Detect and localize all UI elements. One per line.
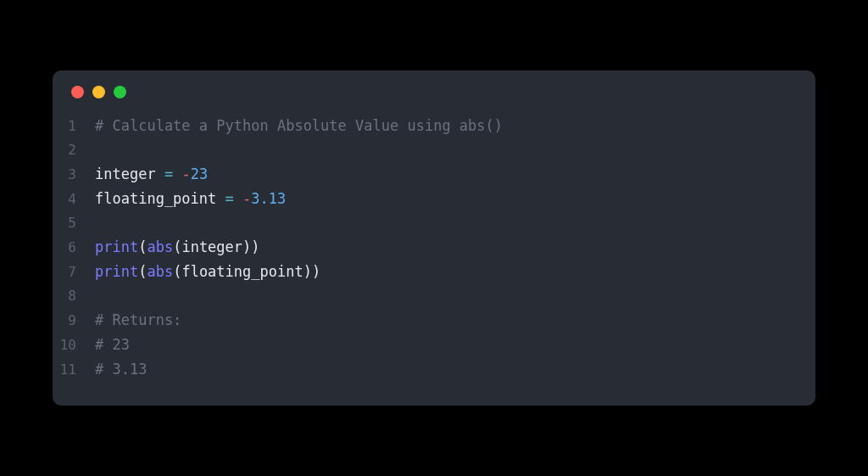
code-token: - xyxy=(181,165,190,182)
code-window: 1# Calculate a Python Absolute Value usi… xyxy=(53,70,815,406)
code-token: # 3.13 xyxy=(95,361,147,378)
line-number: 10 xyxy=(53,333,95,357)
code-token xyxy=(173,165,181,182)
code-token: ( xyxy=(173,238,181,255)
code-token: print xyxy=(95,238,138,255)
line-number: 4 xyxy=(53,188,95,211)
line-number: 11 xyxy=(53,358,95,382)
code-token: 23 xyxy=(191,165,208,182)
code-token: floating_point xyxy=(95,190,216,207)
line-content: integer = -23 xyxy=(95,162,208,187)
line-content: # 3.13 xyxy=(95,357,147,382)
code-line: 1# Calculate a Python Absolute Value usi… xyxy=(53,114,815,138)
code-token: print xyxy=(95,263,138,280)
code-token: # Returns: xyxy=(95,311,181,328)
code-line: 2 xyxy=(53,138,815,162)
line-number: 5 xyxy=(53,211,95,235)
code-token: integer xyxy=(181,238,242,255)
close-icon[interactable] xyxy=(71,86,84,98)
code-token xyxy=(156,165,164,182)
line-content: print(abs(integer)) xyxy=(95,235,260,260)
code-content: 1# Calculate a Python Absolute Value usi… xyxy=(53,107,815,406)
minimize-icon[interactable] xyxy=(92,86,105,98)
code-token: ( xyxy=(138,263,147,280)
line-content: # Calculate a Python Absolute Value usin… xyxy=(95,114,503,138)
code-line: 7print(abs(floating_point)) xyxy=(53,260,815,284)
line-number: 6 xyxy=(53,236,95,260)
code-token xyxy=(234,190,242,207)
line-content: print(abs(floating_point)) xyxy=(95,260,320,284)
code-token: = xyxy=(225,190,234,207)
code-line: 11# 3.13 xyxy=(53,357,815,382)
line-content: # 23 xyxy=(95,333,130,357)
code-token: abs xyxy=(147,238,173,255)
line-number: 7 xyxy=(53,260,95,284)
code-line: 4floating_point = -3.13 xyxy=(53,187,815,211)
code-token: ( xyxy=(138,238,147,255)
window-titlebar xyxy=(53,70,815,107)
line-number: 3 xyxy=(53,163,95,187)
maximize-icon[interactable] xyxy=(114,86,126,98)
code-token: - xyxy=(242,190,251,207)
code-line: 3integer = -23 xyxy=(53,162,815,187)
code-token xyxy=(216,190,225,207)
code-line: 6print(abs(integer)) xyxy=(53,235,815,260)
code-token: integer xyxy=(95,165,156,182)
line-content: floating_point = -3.13 xyxy=(95,187,286,211)
line-number: 2 xyxy=(53,138,95,162)
code-line: 8 xyxy=(53,284,815,308)
code-line: 10# 23 xyxy=(53,333,815,357)
code-line: 5 xyxy=(53,211,815,235)
line-number: 1 xyxy=(53,115,95,138)
code-token: ( xyxy=(173,263,181,280)
code-token: abs xyxy=(147,263,173,280)
code-token: = xyxy=(164,165,173,182)
code-token: )) xyxy=(303,263,320,280)
code-line: 9# Returns: xyxy=(53,308,815,333)
line-number: 9 xyxy=(53,309,95,333)
line-number: 8 xyxy=(53,284,95,308)
code-token: 3.13 xyxy=(251,190,286,207)
code-token: # Calculate a Python Absolute Value usin… xyxy=(95,117,503,134)
code-token: # 23 xyxy=(95,336,130,353)
code-token: )) xyxy=(242,238,259,255)
code-token: floating_point xyxy=(181,263,303,280)
line-content: # Returns: xyxy=(95,308,181,333)
